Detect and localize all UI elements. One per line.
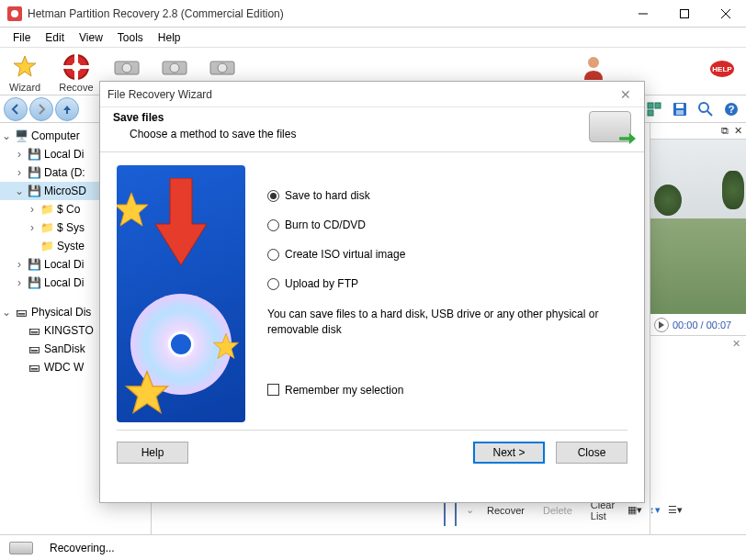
svg-point-26 [699,103,708,112]
radio-save-harddisk[interactable]: Save to hard disk [267,189,627,202]
tree-localdisk[interactable]: Local Di [42,276,84,289]
drive-icon: 💾 [26,148,42,161]
maximize-button[interactable] [663,0,705,28]
drive-icon: 💾 [26,276,42,289]
tool-wizard-label: Wizard [9,82,40,93]
tree-twisty[interactable] [13,342,26,355]
view-options-icon[interactable]: ▦▾ [627,504,642,516]
tree-twisty[interactable]: ⌄ [13,185,26,197]
nav-forward[interactable] [29,97,53,121]
radio-burn-cd[interactable]: Burn to CD/DVD [267,218,627,231]
menu-help[interactable]: Help [151,29,188,46]
tree-kingston[interactable]: KINGSTO [42,324,94,337]
nav-search-icon[interactable] [695,98,717,120]
tool-wizard[interactable]: Wizard [4,50,46,95]
help-button[interactable]: Help [117,442,188,464]
svg-point-16 [218,63,227,73]
radio-label: Create ISO virtual image [285,248,405,261]
drive-icon: 💾 [26,185,42,197]
radio-create-iso[interactable]: Create ISO virtual image [267,248,627,261]
recover-button[interactable]: Recover [481,503,530,518]
nav-view-icon[interactable] [643,98,665,120]
menu-view[interactable]: View [72,29,110,46]
svg-line-27 [707,111,712,116]
menu-tools[interactable]: Tools [110,29,151,46]
status-bar: Recovering... [0,534,746,560]
nav-up[interactable] [55,97,79,121]
dialog-close-icon[interactable]: ✕ [615,84,637,106]
svg-marker-33 [214,334,239,359]
tool-recover[interactable]: Recove [53,50,98,95]
drive-icon: 🖴 [26,342,42,355]
minimize-button[interactable] [622,0,663,28]
status-text: Recovering... [50,542,115,554]
dialog-subheading: Choose a method to save the files [113,128,589,140]
tool-help[interactable]: HELP [702,50,742,95]
tree-twisty[interactable]: ⌄ [0,306,13,319]
option-description: You can save files to a hard disk, USB d… [267,307,627,338]
drive-icon: 💾 [26,166,42,179]
tree-twisty[interactable]: › [13,258,26,271]
tree-twisty[interactable] [26,240,39,252]
tree-ssys[interactable]: $ Sys [55,221,85,234]
tree-syste[interactable]: Syste [55,240,85,252]
delete-button: Delete [537,503,578,518]
folder-icon: 📁 [39,221,55,234]
menu-bar: File Edit View Tools Help [0,28,746,48]
folder-icon: 📁 [39,203,55,216]
svg-rect-24 [676,104,684,108]
next-button[interactable]: Next > [473,442,545,464]
svg-text:HELP: HELP [712,65,732,73]
panel-popout-icon[interactable]: ⧉ [721,125,729,137]
play-button[interactable] [654,318,669,332]
tree-twisty[interactable]: › [26,203,39,216]
close-button[interactable] [705,0,746,28]
nav-back[interactable] [4,97,28,121]
titlebar: Hetman Partition Recovery 2.8 (Commercia… [0,0,746,28]
drive-icon: 🖴 [13,306,29,319]
sort-icon[interactable]: ↕▾ [650,504,661,516]
tree-twisty[interactable]: › [13,148,26,161]
tree-twisty[interactable]: ⌄ [0,129,13,142]
tree-localdisk[interactable]: Local Di [42,258,84,271]
tree-sco[interactable]: $ Co [55,203,80,216]
tree-twisty[interactable] [13,361,26,374]
radio-label: Burn to CD/DVD [285,218,366,231]
tree-localdisk[interactable]: Local Di [42,148,84,161]
drive-icon: 🖴 [26,324,42,337]
preview-panel: ⧉ ✕ 00:00 / 00:07 ✕ [650,123,746,534]
remember-checkbox[interactable]: Remember my selection [267,384,627,397]
harddisk-icon [589,111,631,142]
preview-image [650,140,746,314]
menu-file[interactable]: File [6,29,38,46]
svg-rect-20 [648,103,653,108]
svg-rect-21 [655,103,661,108]
tree-twisty[interactable]: › [13,276,26,289]
status-disk-icon [9,542,33,554]
tree-data[interactable]: Data (D: [42,166,85,179]
svg-point-12 [122,63,131,73]
svg-marker-30 [659,321,664,329]
player-time: 00:00 / 00:07 [673,319,731,330]
tree-twisty[interactable] [13,324,26,337]
tree-twisty[interactable]: › [26,221,39,234]
menu-edit[interactable]: Edit [38,29,72,46]
wizard-dialog: File Recovery Wizard ✕ Save files Choose… [99,81,645,503]
tree-physical[interactable]: Physical Dis [29,306,91,319]
panel-close-icon[interactable]: ✕ [734,125,742,137]
radio-upload-ftp[interactable]: Upload by FTP [267,277,627,290]
tool-recover-label: Recove [59,82,93,93]
nav-help-icon[interactable]: ? [720,98,742,120]
svg-rect-25 [676,110,684,115]
svg-text:?: ? [729,104,735,115]
svg-marker-32 [127,372,168,413]
tree-computer[interactable]: Computer [29,129,80,142]
nav-save-icon[interactable] [669,98,691,120]
tree-sandisk[interactable]: SanDisk [42,342,85,355]
tree-wdc[interactable]: WDC W [42,361,84,374]
panel-close-icon[interactable]: ✕ [650,336,746,352]
close-button[interactable]: Close [556,442,627,464]
filter-icon[interactable]: ☰▾ [668,504,683,516]
tree-microsd[interactable]: MicroSD [42,185,86,197]
tree-twisty[interactable]: › [13,166,26,179]
